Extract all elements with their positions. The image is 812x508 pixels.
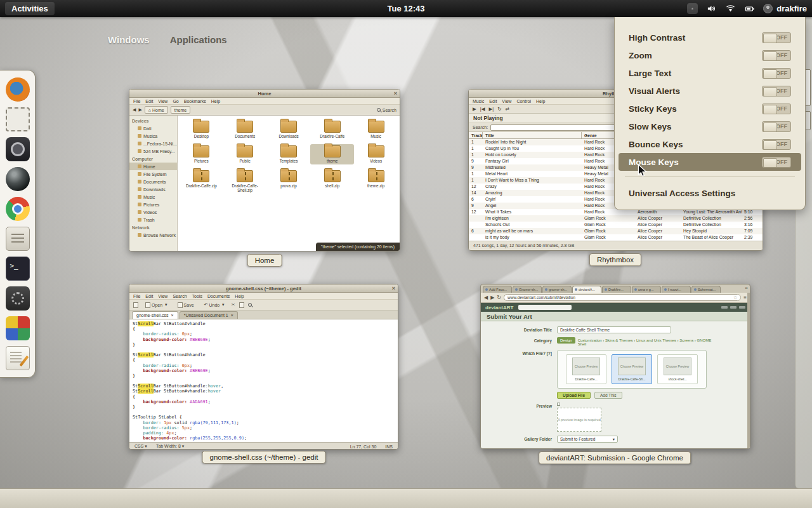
folder-icon bbox=[368, 170, 384, 182]
toggle-switch[interactable]: OFF bbox=[762, 86, 791, 97]
dash-app-icon[interactable] bbox=[6, 107, 30, 131]
favicon bbox=[515, 288, 518, 291]
accessibility-icon[interactable] bbox=[687, 3, 698, 14]
sidebar-place: Pictures bbox=[129, 201, 177, 208]
forward-icon: ▶ bbox=[138, 107, 141, 112]
accessibility-menu-item[interactable]: Zoom OFF bbox=[619, 46, 801, 64]
file-item: Public bbox=[223, 144, 267, 164]
column-header: Title bbox=[483, 132, 582, 138]
toggle-switch[interactable]: OFF bbox=[762, 68, 791, 79]
submit-form: Deviation Title Drakfire Caffe Shell The… bbox=[481, 321, 750, 449]
toggle-switch[interactable]: OFF bbox=[762, 104, 791, 114]
chrome-navbar: ◀ ▶ ↻ www.deviantart.com/submit/deviatio… bbox=[481, 293, 750, 303]
gedit-title: gnome-shell.css (~/theme) - gedit bbox=[226, 286, 301, 291]
accessibility-menu-item[interactable]: Sticky Keys OFF bbox=[619, 100, 801, 117]
menu-item: Bookmarks bbox=[184, 99, 206, 104]
search-control: Search bbox=[377, 108, 396, 112]
deviantart-header: deviantART bbox=[481, 303, 750, 312]
menu-item: Help bbox=[211, 99, 220, 104]
folder-icon bbox=[237, 170, 253, 182]
deviantart-logo: deviantART bbox=[485, 305, 513, 311]
gallery-folder-label: Gallery Folder bbox=[499, 436, 557, 441]
menu-item: Music bbox=[473, 99, 484, 104]
file-card: Choose Preview shock-shell... bbox=[657, 354, 698, 384]
user-menu[interactable]: drakfire bbox=[763, 4, 807, 13]
category-badge: Design bbox=[557, 337, 575, 344]
dash-app-icon[interactable] bbox=[6, 227, 30, 251]
nautilus-toolbar: ◀ ▶ ⌂Home theme Search bbox=[129, 105, 400, 116]
open-button: Open ▾ bbox=[142, 301, 171, 309]
track-row: 6might as well be on marsGlam RockAlice … bbox=[469, 228, 763, 234]
folder-icon bbox=[324, 145, 341, 157]
favicon bbox=[634, 288, 637, 291]
window-gedit-thumbnail[interactable]: gnome-shell.css (~/theme) - gedit × File… bbox=[129, 284, 398, 450]
choose-preview-thumb: Choose Preview bbox=[572, 358, 600, 375]
menu-item: Documents bbox=[207, 294, 230, 298]
menu-item: Edit bbox=[145, 294, 153, 298]
menu-item: Edit bbox=[489, 99, 497, 104]
chrome-tab-strip: Add Favo...Gnome-sh...gnome-sh...deviant… bbox=[481, 284, 750, 293]
undo-icon: ↶ bbox=[204, 302, 208, 307]
window-files-thumbnail[interactable]: Home × FileEditViewGoBookmarksHelp ◀ ▶ ⌂… bbox=[129, 89, 400, 251]
file-item: Desktop bbox=[180, 119, 223, 140]
sidebar-place: Home bbox=[129, 163, 177, 170]
folder-icon bbox=[280, 145, 297, 157]
gedit-menubar: FileEditViewSearchToolsDocumentsHelp bbox=[129, 293, 398, 300]
mouse-cursor bbox=[637, 164, 648, 180]
activities-button[interactable]: Activities bbox=[5, 2, 55, 15]
menu-item: View bbox=[502, 99, 511, 104]
accessibility-menu-item[interactable]: High Contrast OFF bbox=[619, 29, 801, 46]
dash-app-icon[interactable] bbox=[6, 77, 30, 102]
dash-app-icon[interactable] bbox=[6, 346, 30, 370]
which-file-label: Which File? [?] bbox=[499, 350, 557, 356]
sidebar-place: Computer bbox=[129, 155, 177, 163]
toggle-switch[interactable]: OFF bbox=[762, 32, 791, 43]
file-item: theme.zip bbox=[354, 169, 398, 194]
toggle-switch[interactable]: OFF bbox=[762, 121, 791, 132]
dash bbox=[0, 70, 36, 378]
accessibility-menu-item[interactable]: Large Text OFF bbox=[619, 64, 801, 82]
bookmark-star-icon: ☆ bbox=[733, 295, 737, 300]
overview-tab[interactable]: Windows bbox=[108, 34, 150, 45]
folder-icon bbox=[237, 121, 253, 133]
top-panel: Activities Tue 12:43 drakfire bbox=[0, 0, 812, 17]
dash-app-icon[interactable] bbox=[6, 257, 30, 281]
volume-icon[interactable] bbox=[706, 3, 717, 14]
close-icon: × bbox=[392, 284, 395, 293]
accessibility-menu-item[interactable]: Visual Alerts OFF bbox=[619, 82, 801, 100]
dash-app-icon[interactable] bbox=[6, 286, 30, 311]
menu-item: Help bbox=[536, 99, 545, 104]
overview-tab[interactable]: Applications bbox=[170, 34, 227, 45]
accessibility-menu-item[interactable]: Bounce Keys OFF bbox=[619, 135, 801, 153]
toggle-switch[interactable]: OFF bbox=[762, 50, 791, 61]
dash-app-icon[interactable] bbox=[6, 197, 30, 221]
favicon bbox=[694, 288, 697, 291]
file-item: theme bbox=[310, 144, 354, 164]
file-card: Choose Preview Drakfire-Caffe... bbox=[566, 354, 606, 384]
dash-app-icon[interactable] bbox=[6, 316, 30, 340]
sidebar-place: 524 MB Filesy... bbox=[129, 147, 177, 155]
forward-icon: ▶ bbox=[490, 295, 494, 300]
dash-app-icon[interactable] bbox=[6, 167, 30, 191]
window-label-gedit: gnome-shell.css (~/theme) - gedit bbox=[202, 451, 326, 464]
paste-icon bbox=[239, 302, 244, 308]
username: drakfire bbox=[776, 4, 807, 13]
battery-icon[interactable] bbox=[744, 3, 755, 14]
undo-button: ↶Undo ▾ bbox=[201, 301, 228, 309]
browser-tab: deviantA... bbox=[572, 286, 601, 293]
menu-item: Edit bbox=[145, 99, 153, 104]
site-nav-links bbox=[721, 306, 745, 309]
toggle-switch[interactable]: OFF bbox=[762, 157, 791, 168]
clock[interactable]: Tue 12:43 bbox=[387, 4, 424, 13]
repeat-icon: ↻ bbox=[497, 106, 501, 112]
wifi-icon[interactable] bbox=[725, 3, 736, 14]
window-label-home: Home bbox=[247, 254, 282, 267]
tab-width-selector: Tab Width: 8 ▾ bbox=[156, 444, 184, 449]
window-chrome-thumbnail[interactable]: Add Favo...Gnome-sh...gnome-sh...deviant… bbox=[480, 284, 750, 449]
dash-app-icon[interactable] bbox=[6, 137, 30, 161]
accessibility-menu-item[interactable]: Slow Keys OFF bbox=[619, 117, 801, 135]
previous-icon: |◀ bbox=[480, 106, 485, 112]
universal-access-settings-item[interactable]: Universal Access Settings bbox=[619, 183, 801, 203]
gedit-tab-bar: gnome-shell.css×*Unsaved Document 1× bbox=[129, 311, 398, 319]
toggle-switch[interactable]: OFF bbox=[762, 139, 791, 150]
